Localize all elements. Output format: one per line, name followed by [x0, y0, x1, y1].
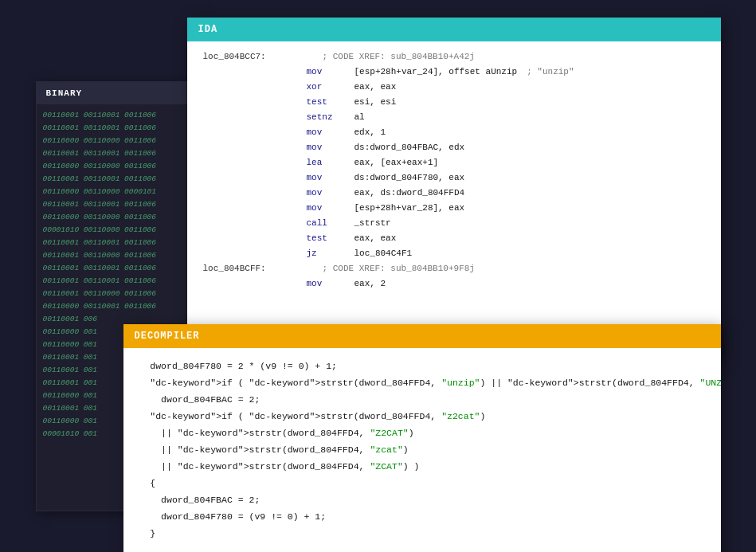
- decompiler-line: || "dc-keyword">strstr(dword_804FFD4, "Z…: [139, 458, 705, 475]
- ida-line: xoreax, eax: [203, 80, 705, 95]
- ida-line: call_strstr: [203, 216, 705, 231]
- binary-line: 00110001 00110001 0011006: [43, 122, 196, 135]
- binary-line: 00110000 00110001 0011006: [43, 300, 196, 313]
- binary-line: 00110001 00110001 0011006: [43, 173, 196, 186]
- decompiler-header: DECOMPILER: [123, 324, 721, 348]
- ida-line: mov[esp+28h+var_28], eax: [203, 201, 705, 216]
- decompiler-line: dword_804F780 = (v9 != 0) + 1;: [139, 508, 705, 525]
- binary-line: 00110001 00110001 0011006: [43, 237, 196, 249]
- decompiler-line: dword_804FBAC = 2;: [139, 491, 705, 508]
- binary-line: 00110001 00110000 0011006: [43, 249, 196, 262]
- decompiler-line: dword_804F780 = 2 * (v9 != 0) + 1;: [139, 358, 705, 374]
- decompiler-line: "dc-keyword">if ( "dc-keyword">strstr(dw…: [139, 374, 705, 391]
- ida-line: moveax, 2: [203, 276, 705, 292]
- ida-line: movds:dword_804FBAC, edx: [203, 140, 705, 155]
- ida-line: leaeax, [eax+eax+1]: [203, 155, 705, 170]
- decompiler-line: "dc-keyword">if ( "dc-keyword">strstr(dw…: [139, 408, 705, 425]
- binary-line: 00110000 00110000 0011006: [43, 211, 196, 224]
- binary-line: 00110001 00110001 0011006: [43, 262, 196, 275]
- ida-line: loc_804BCFF:; CODE XREF: sub_804BB10+9F8…: [203, 261, 705, 276]
- decompiler-line: || "dc-keyword">strstr(dword_804FFD4, "Z…: [139, 425, 705, 441]
- decompiler-line: dword_804FBAC = 2;: [139, 391, 705, 408]
- binary-line: 00110000 00110000 0011006: [43, 160, 196, 173]
- ida-line: testeax, eax: [203, 231, 705, 246]
- ida-line: movedx, 1: [203, 125, 705, 140]
- binary-line: 00110001 00110001 0011006: [43, 275, 196, 288]
- ida-line: jzloc_804C4F1: [203, 246, 705, 261]
- ida-line: setnzal: [203, 110, 705, 125]
- ida-content: loc_804BCC7:; CODE XREF: sub_804BB10+A42…: [187, 41, 721, 299]
- decompiler-line: || "dc-keyword">strstr(dword_804FFD4, "z…: [139, 441, 705, 458]
- binary-line: 00110001 00110001 0011006: [43, 109, 196, 122]
- decompiler-line: {: [139, 475, 705, 491]
- decompiler-line: }: [139, 525, 705, 542]
- binary-line: 00001010 00110000 0011006: [43, 224, 196, 237]
- ida-line: testesi, esi: [203, 95, 705, 110]
- ida-line: moveax, ds:dword_804FFD4: [203, 186, 705, 201]
- binary-header: BINARY: [37, 82, 202, 104]
- ida-line: loc_804BCC7:; CODE XREF: sub_804BB10+A42…: [203, 49, 705, 65]
- decompiler-panel: DECOMPILER dword_804F780 = 2 * (v9 != 0)…: [123, 324, 721, 553]
- ida-panel: IDA loc_804BCC7:; CODE XREF: sub_804BB10…: [187, 18, 721, 360]
- ida-line: mov[esp+28h+var_24], offset aUnzip; "unz…: [203, 65, 705, 80]
- binary-line: 00110001 00110000 0011006: [43, 288, 196, 300]
- binary-line: 00110001 00110001 0011006: [43, 198, 196, 211]
- binary-line: 00110001 00110001 0011006: [43, 147, 196, 160]
- decompiler-content: dword_804F780 = 2 * (v9 != 0) + 1; "dc-k…: [123, 348, 721, 551]
- ida-header: IDA: [187, 18, 721, 41]
- binary-line: 00110000 00110000 0011006: [43, 135, 196, 147]
- ida-line: movds:dword_804F780, eax: [203, 170, 705, 186]
- binary-line: 00110000 00110000 0000101: [43, 186, 196, 198]
